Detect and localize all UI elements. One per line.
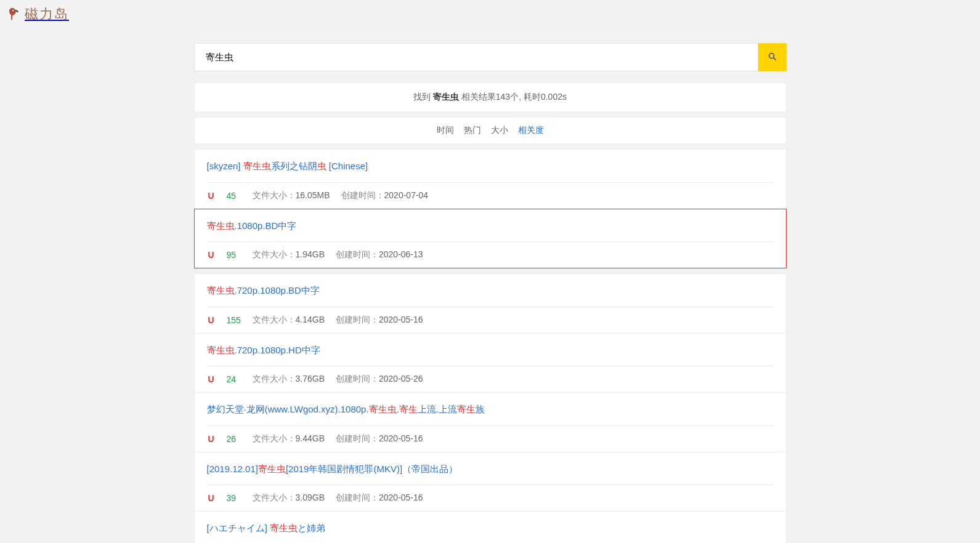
magnet-icon[interactable]: U xyxy=(207,250,216,260)
parrot-icon xyxy=(7,7,22,22)
file-size: 文件大小：4.14GB xyxy=(253,315,325,326)
highlighted-result: 寄生虫.1080p.BD中字U95文件大小：1.94GB创建时间：2020-06… xyxy=(194,209,787,269)
file-size: 文件大小：16.05MB xyxy=(253,190,330,201)
file-size: 文件大小：3.76GB xyxy=(253,374,325,385)
sort-option[interactable]: 大小 xyxy=(491,125,508,135)
result-meta: U155文件大小：4.14GB创建时间：2020-05-16 xyxy=(207,307,774,333)
result-item: 寄生虫.1080p.BD中字U95文件大小：1.94GB创建时间：2020-06… xyxy=(195,209,786,268)
sort-panel: 时间热门大小相关度 xyxy=(194,117,787,144)
file-size: 文件大小：1.94GB xyxy=(253,249,325,260)
result-meta: U95文件大小：1.94GB创建时间：2020-06-13 xyxy=(207,241,774,268)
main-container: 找到 寄生虫 相关结果143个, 耗时0.002s 时间热门大小相关度 [sky… xyxy=(194,43,787,543)
result-item: [skyzen] 寄生虫系列之钻阴虫 [Chinese]U45文件大小：16.0… xyxy=(195,150,786,209)
sort-option[interactable]: 时间 xyxy=(437,125,454,135)
result-meta: U26文件大小：9.44GB创建时间：2020-05-16 xyxy=(207,425,774,452)
result-meta: U39文件大小：3.09GB创建时间：2020-05-16 xyxy=(207,485,774,511)
created-date: 创建时间：2020-05-16 xyxy=(336,493,423,504)
results-list: [skyzen] 寄生虫系列之钻阴虫 [Chinese]U45文件大小：16.0… xyxy=(194,149,787,543)
result-title[interactable]: [ハエチャイム] 寄生虫と姉弟 xyxy=(207,521,774,543)
result-title[interactable]: [2019.12.01]寄生虫[2019年韩国剧情犯罪(MKV)]（帝国出品） xyxy=(207,462,774,485)
search-input[interactable] xyxy=(194,43,758,71)
created-date: 创建时间：2020-05-16 xyxy=(336,315,423,326)
result-title[interactable]: 寄生虫.720p.1080p.BD中字 xyxy=(207,284,774,307)
created-date: 创建时间：2020-05-26 xyxy=(336,374,423,385)
svg-point-0 xyxy=(12,10,14,11)
site-logo-link[interactable]: 磁力岛 xyxy=(7,5,69,23)
svg-point-1 xyxy=(769,53,774,58)
result-title[interactable]: 寄生虫.1080p.BD中字 xyxy=(207,219,774,242)
site-name: 磁力岛 xyxy=(25,5,69,23)
result-count: 26 xyxy=(227,434,241,444)
magnet-icon[interactable]: U xyxy=(207,191,216,201)
result-title[interactable]: 梦幻天堂·龙网(www.LWgod.xyz).1080p.寄生虫.寄生上流.上流… xyxy=(207,403,774,425)
created-date: 创建时间：2020-07-04 xyxy=(341,190,429,201)
sort-option[interactable]: 热门 xyxy=(464,125,481,135)
file-size: 文件大小：3.09GB xyxy=(253,493,325,504)
result-count: 45 xyxy=(227,191,241,201)
magnet-icon[interactable]: U xyxy=(207,434,216,444)
result-count: 155 xyxy=(227,315,241,325)
file-size: 文件大小：9.44GB xyxy=(253,433,325,444)
result-count: 39 xyxy=(227,493,241,503)
magnet-icon[interactable]: U xyxy=(207,493,216,503)
result-meta: U24文件大小：3.76GB创建时间：2020-05-26 xyxy=(207,366,774,392)
result-title[interactable]: 寄生虫.720p.1080p.HD中字 xyxy=(207,344,774,366)
results-panel: 寄生虫.720p.1080p.BD中字U155文件大小：4.14GB创建时间：2… xyxy=(194,273,787,543)
result-title[interactable]: [skyzen] 寄生虫系列之钻阴虫 [Chinese] xyxy=(207,159,774,182)
search-button[interactable] xyxy=(758,43,787,71)
result-item: 寄生虫.720p.1080p.HD中字U24文件大小：3.76GB创建时间：20… xyxy=(195,333,786,393)
result-item: 梦幻天堂·龙网(www.LWgod.xyz).1080p.寄生虫.寄生上流.上流… xyxy=(195,392,786,452)
magnet-icon[interactable]: U xyxy=(207,315,216,325)
svg-line-2 xyxy=(774,58,775,60)
results-panel: [skyzen] 寄生虫系列之钻阴虫 [Chinese]U45文件大小：16.0… xyxy=(194,149,787,209)
search-bar xyxy=(194,43,787,71)
result-count: 95 xyxy=(227,250,241,260)
result-item: 寄生虫.720p.1080p.BD中字U155文件大小：4.14GB创建时间：2… xyxy=(195,274,786,333)
result-item: [ハエチャイム] 寄生虫と姉弟U15文件大小：3.25MB创建时间：2020-0… xyxy=(195,511,786,543)
magnet-icon[interactable]: U xyxy=(207,374,216,384)
created-date: 创建时间：2020-05-16 xyxy=(336,433,423,444)
stats-text: 找到 寄生虫 相关结果143个, 耗时0.002s xyxy=(195,83,786,111)
search-icon xyxy=(767,52,777,63)
result-meta: U45文件大小：16.05MB创建时间：2020-07-04 xyxy=(207,182,774,209)
result-item: [2019.12.01]寄生虫[2019年韩国剧情犯罪(MKV)]（帝国出品）U… xyxy=(195,452,786,512)
sort-option[interactable]: 相关度 xyxy=(518,125,544,135)
stats-panel: 找到 寄生虫 相关结果143个, 耗时0.002s xyxy=(194,82,787,112)
page-header: 磁力岛 xyxy=(0,0,980,28)
result-count: 24 xyxy=(227,374,241,384)
sort-options: 时间热门大小相关度 xyxy=(195,118,786,143)
created-date: 创建时间：2020-06-13 xyxy=(336,249,423,260)
